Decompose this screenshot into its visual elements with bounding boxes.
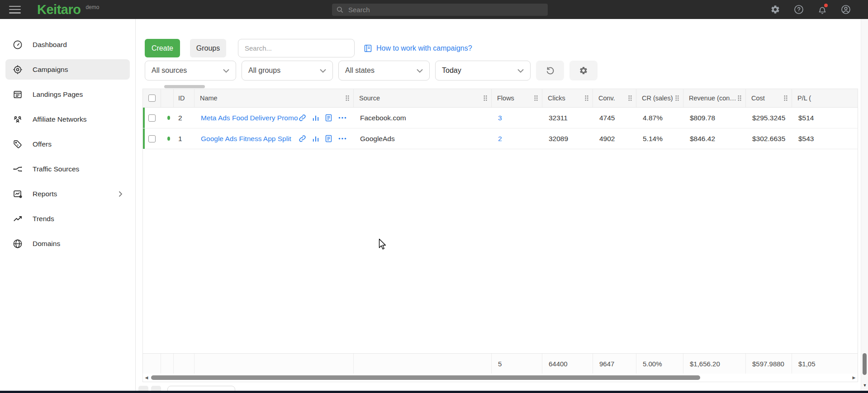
- campaign-link-icon[interactable]: [299, 114, 306, 122]
- groups-button[interactable]: Groups: [190, 39, 226, 57]
- table-settings-button[interactable]: [569, 61, 598, 80]
- pl-value: $543: [798, 135, 814, 143]
- column-pl[interactable]: P/L (: [792, 89, 858, 107]
- sidebar-item-dashboard[interactable]: Dashboard: [5, 34, 130, 55]
- affiliate-networks-icon: [13, 114, 23, 124]
- totals-conversions: 9647: [593, 354, 636, 374]
- totals-cr: 5.00%: [636, 354, 683, 374]
- table-body: 2 Meta Ads Food Delivery Promo Fac: [143, 108, 858, 149]
- drag-handle-icon[interactable]: [628, 95, 632, 101]
- column-flows[interactable]: Flows: [492, 89, 542, 107]
- sidebar-item-label: Traffic Sources: [33, 165, 79, 173]
- drag-handle-icon[interactable]: [675, 95, 679, 101]
- trends-icon: [13, 214, 23, 224]
- create-button[interactable]: Create: [145, 39, 180, 57]
- vertical-scrollbar[interactable]: ▼: [861, 19, 868, 391]
- horizontal-scrollbar[interactable]: ◀ ▶: [143, 374, 858, 382]
- revenue-value: $846.42: [690, 135, 715, 143]
- notifications-icon[interactable]: [817, 5, 827, 14]
- sidebar-item-domains[interactable]: Domains: [5, 233, 130, 254]
- column-id[interactable]: ID: [174, 89, 194, 107]
- help-link[interactable]: How to work with campaigns?: [364, 39, 472, 57]
- notification-badge: [824, 4, 828, 7]
- sidebar: Dashboard Campaigns Landings Pages: [0, 19, 136, 393]
- scroll-right-icon[interactable]: ▶: [850, 374, 858, 382]
- account-icon[interactable]: [841, 5, 851, 14]
- campaigns-table: ID Name Source Flows Clicks: [142, 89, 858, 382]
- sidebar-item-reports[interactable]: Reports: [5, 184, 130, 204]
- sidebar-item-trends[interactable]: Trends: [5, 208, 130, 229]
- states-filter-dropdown[interactable]: All states: [338, 61, 430, 80]
- table-row[interactable]: 2 Meta Ads Food Delivery Promo Fac: [143, 108, 858, 128]
- column-clicks[interactable]: Clicks: [542, 89, 593, 107]
- vertical-scroll-thumb[interactable]: [863, 353, 867, 375]
- sidebar-item-offers[interactable]: s Offers: [5, 134, 130, 154]
- campaign-stats-icon[interactable]: [312, 135, 319, 142]
- horizontal-scroll-thumb[interactable]: [151, 375, 700, 380]
- flows-link[interactable]: 3: [498, 114, 502, 122]
- revenue-value: $809.78: [690, 114, 715, 122]
- table-top-scroll-indicator[interactable]: [164, 85, 205, 88]
- chevron-down-icon: [320, 69, 326, 73]
- sidebar-item-affiliate-networks[interactable]: Affiliate Networks: [5, 109, 130, 129]
- sidebar-item-campaigns[interactable]: Campaigns: [5, 59, 130, 80]
- row-checkbox[interactable]: [148, 135, 156, 142]
- row-more-icon[interactable]: [338, 117, 346, 119]
- global-search-input[interactable]: [347, 5, 543, 14]
- chevron-down-icon: [223, 69, 229, 73]
- global-search[interactable]: [332, 4, 548, 16]
- column-source[interactable]: Source: [354, 89, 492, 107]
- domains-icon: [13, 239, 23, 249]
- settings-icon[interactable]: [770, 5, 780, 14]
- refresh-button[interactable]: [536, 61, 564, 80]
- sidebar-item-label: Campaigns: [33, 66, 68, 74]
- sidebar-item-traffic-sources[interactable]: Traffic Sources: [5, 159, 130, 179]
- campaign-stats-icon[interactable]: [312, 114, 319, 122]
- main-content: Create Groups How to work with campaigns…: [136, 19, 861, 393]
- column-name[interactable]: Name: [194, 89, 354, 107]
- column-conversions[interactable]: Conv.: [593, 89, 636, 107]
- drag-handle-icon[interactable]: [483, 95, 488, 101]
- cr-value: 5.14%: [643, 135, 663, 143]
- drag-handle-icon[interactable]: [534, 95, 538, 101]
- chevron-down-icon: [417, 69, 423, 73]
- flows-link[interactable]: 2: [498, 135, 502, 143]
- scroll-down-icon[interactable]: ▼: [861, 383, 868, 388]
- campaign-link-icon[interactable]: [299, 135, 306, 142]
- drag-handle-icon[interactable]: [584, 95, 589, 101]
- drag-handle-icon[interactable]: [737, 95, 742, 101]
- hamburger-menu-icon[interactable]: [9, 6, 21, 14]
- drag-handle-icon[interactable]: [783, 95, 788, 101]
- groups-filter-dropdown[interactable]: All groups: [242, 61, 333, 80]
- campaign-id: 1: [178, 135, 182, 143]
- campaign-source: GoogleAds: [360, 135, 395, 143]
- svg-text:s: s: [17, 143, 19, 146]
- status-dot: [167, 116, 170, 120]
- row-checkbox[interactable]: [148, 114, 156, 122]
- campaign-search-input[interactable]: [238, 39, 355, 57]
- search-icon: [337, 6, 343, 13]
- campaign-log-icon[interactable]: [325, 114, 332, 122]
- column-cr-sales[interactable]: CR (sales): [636, 89, 683, 107]
- row-more-icon[interactable]: [338, 137, 346, 140]
- traffic-sources-icon: [13, 164, 23, 174]
- sidebar-item-label: Affiliate Networks: [33, 115, 86, 123]
- campaign-log-icon[interactable]: [325, 135, 332, 142]
- campaign-name-link[interactable]: Google Ads Fitness App Split: [201, 135, 291, 143]
- column-cost[interactable]: Cost: [746, 89, 792, 107]
- filter-bar: All sources All groups All states Today: [145, 61, 598, 80]
- row-active-stripe: [143, 128, 145, 149]
- date-range-dropdown[interactable]: Today: [435, 61, 531, 80]
- help-icon[interactable]: [794, 5, 804, 14]
- table-row[interactable]: 1 Google Ads Fitness App Split Goo: [143, 128, 858, 149]
- scroll-left-icon[interactable]: ◀: [143, 374, 150, 382]
- gear-icon: [579, 66, 588, 75]
- column-revenue[interactable]: Revenue (con…: [683, 89, 746, 107]
- select-all-checkbox[interactable]: [148, 95, 156, 102]
- campaign-name-link[interactable]: Meta Ads Food Delivery Promo: [201, 114, 298, 122]
- help-link-label: How to work with campaigns?: [376, 44, 472, 52]
- sidebar-item-landings-pages[interactable]: Landings Pages: [5, 84, 130, 104]
- conversions-value: 4902: [599, 135, 615, 143]
- sources-filter-dropdown[interactable]: All sources: [145, 61, 236, 80]
- drag-handle-icon[interactable]: [345, 95, 350, 101]
